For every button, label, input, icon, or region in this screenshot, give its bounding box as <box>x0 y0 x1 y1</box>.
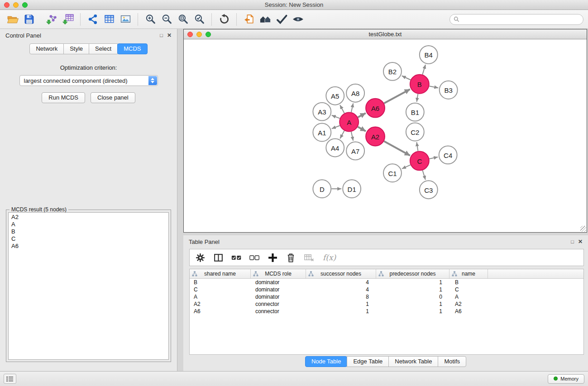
node-A3[interactable]: A3 <box>313 103 331 121</box>
edge-B-B3[interactable] <box>429 86 438 88</box>
zoom-in-button[interactable] <box>142 12 158 27</box>
deselect-all-rows-button[interactable] <box>249 252 261 264</box>
open-session-button[interactable] <box>5 12 21 27</box>
delete-table-button[interactable] <box>303 252 315 264</box>
close-panel-button[interactable]: Close panel <box>91 92 135 103</box>
node-A6[interactable]: A6 <box>366 99 385 118</box>
edge-A-A1[interactable] <box>332 125 340 129</box>
column-header-successor-nodes[interactable]: successor nodes <box>306 269 376 278</box>
network-graph[interactable]: B4B2BB3A5A8A6A3B1AA1C2A2A4A7C4CC1DD1C3 <box>184 39 587 232</box>
tab-network[interactable]: Network <box>29 43 64 54</box>
node-C3[interactable]: C3 <box>420 181 438 199</box>
edge-A-A4[interactable] <box>340 131 344 138</box>
edge-B-B1[interactable] <box>417 94 418 102</box>
node-B3[interactable]: B3 <box>440 81 458 99</box>
new-network-button[interactable] <box>85 12 101 27</box>
node-D[interactable]: D <box>313 180 331 198</box>
control-panel-float-icon[interactable]: □ <box>160 33 163 38</box>
edge-A-A6[interactable] <box>358 113 366 117</box>
table-row[interactable]: Cdominator41C <box>190 286 583 293</box>
table-tab-network-table[interactable]: Network Table <box>388 356 438 367</box>
open-recent-session-button[interactable] <box>241 12 257 27</box>
table-row[interactable]: Adominator80A <box>190 293 583 300</box>
table-panel-close-icon[interactable]: ✕ <box>578 238 583 245</box>
tab-mcds[interactable]: MCDS <box>117 43 147 54</box>
table-row[interactable]: A2connector11A2 <box>190 300 583 308</box>
table-tab-edge-table[interactable]: Edge Table <box>347 356 389 367</box>
delete-column-button[interactable] <box>285 252 297 264</box>
criterion-dropdown[interactable]: largest connected component (directed) <box>19 75 158 86</box>
edge-B-B2[interactable] <box>402 76 411 80</box>
node-C1[interactable]: C1 <box>383 164 402 182</box>
edge-C-C4[interactable] <box>429 157 438 159</box>
control-panel-close-icon[interactable]: ✕ <box>167 32 172 38</box>
node-B4[interactable]: B4 <box>420 46 438 64</box>
node-B1[interactable]: B1 <box>406 103 424 121</box>
node-A5[interactable]: A5 <box>326 87 344 105</box>
node-B[interactable]: B <box>410 75 429 94</box>
edge-B-B4[interactable] <box>422 65 425 75</box>
import-network-file-button[interactable] <box>43 12 60 27</box>
export-image-button[interactable] <box>117 12 134 27</box>
edge-C-C3[interactable] <box>422 170 425 180</box>
close-window-button[interactable] <box>4 2 10 8</box>
zoom-out-button[interactable] <box>158 12 175 27</box>
table-row[interactable]: Bdominator41B <box>190 279 583 286</box>
search-input[interactable] <box>462 16 579 23</box>
column-chooser-button[interactable] <box>212 252 225 264</box>
refresh-view-button[interactable] <box>216 12 232 27</box>
tab-style[interactable]: Style <box>63 43 89 54</box>
table-panel-float-icon[interactable]: □ <box>571 239 574 244</box>
edge-A-A2[interactable] <box>358 127 366 131</box>
window-resize-grip[interactable] <box>580 226 586 232</box>
minimize-window-button[interactable] <box>13 2 19 8</box>
import-table-file-button[interactable] <box>60 12 76 27</box>
search-box[interactable] <box>449 14 583 25</box>
table-tab-motifs[interactable]: Motifs <box>438 356 466 367</box>
edge-A-A3[interactable] <box>332 115 340 119</box>
node-C2[interactable]: C2 <box>406 123 424 141</box>
node-C4[interactable]: C4 <box>439 146 457 164</box>
column-header-name[interactable]: name <box>449 269 488 278</box>
edge-C-C1[interactable] <box>402 165 411 169</box>
table-settings-button[interactable] <box>194 252 206 264</box>
result-item[interactable]: A6 <box>9 243 168 250</box>
mcds-result-list[interactable]: A2ABCA6 <box>8 212 169 360</box>
network-zoom-button[interactable] <box>206 32 211 37</box>
result-item[interactable]: B <box>9 228 168 235</box>
node-A4[interactable]: A4 <box>326 138 344 157</box>
select-all-rows-button[interactable] <box>230 252 243 264</box>
edge-A-A7[interactable] <box>351 132 353 141</box>
result-item[interactable]: C <box>9 235 168 243</box>
task-history-button[interactable] <box>4 374 16 384</box>
run-mcds-button[interactable]: Run MCDS <box>42 92 85 103</box>
save-session-button[interactable] <box>21 12 37 27</box>
column-header-shared-name[interactable]: shared name <box>190 269 251 278</box>
show-graphics-button[interactable] <box>290 12 306 27</box>
node-D1[interactable]: D1 <box>343 180 361 198</box>
node-A8[interactable]: A8 <box>346 84 364 102</box>
node-C[interactable]: C <box>410 151 429 170</box>
edge-A-A5[interactable] <box>340 105 344 113</box>
new-table-button[interactable] <box>101 12 117 27</box>
zoom-selected-button[interactable] <box>191 12 207 27</box>
add-column-button[interactable] <box>267 252 279 264</box>
home-button[interactable] <box>257 12 273 27</box>
result-item[interactable]: A <box>9 221 168 228</box>
zoom-window-button[interactable] <box>22 2 28 8</box>
network-window-titlebar[interactable]: testGlobe.txt <box>184 29 587 39</box>
column-header-predecessor-nodes[interactable]: predecessor nodes <box>376 269 449 278</box>
table-tab-node-table[interactable]: Node Table <box>305 356 348 367</box>
tab-select[interactable]: Select <box>89 43 118 54</box>
network-close-button[interactable] <box>187 32 193 37</box>
node-A2[interactable]: A2 <box>366 127 385 146</box>
column-header-MCDS-role[interactable]: MCDS role <box>251 269 306 278</box>
node-A1[interactable]: A1 <box>313 124 331 142</box>
memory-button[interactable]: Memory <box>548 374 584 384</box>
result-item[interactable]: A2 <box>9 214 168 221</box>
function-builder-button[interactable]: f(x) <box>321 253 336 262</box>
edge-A6-B[interactable] <box>384 89 410 103</box>
zoom-fit-button[interactable] <box>175 12 191 27</box>
edge-A2-C[interactable] <box>384 141 410 156</box>
table-row[interactable]: A6connector11A6 <box>190 308 583 315</box>
